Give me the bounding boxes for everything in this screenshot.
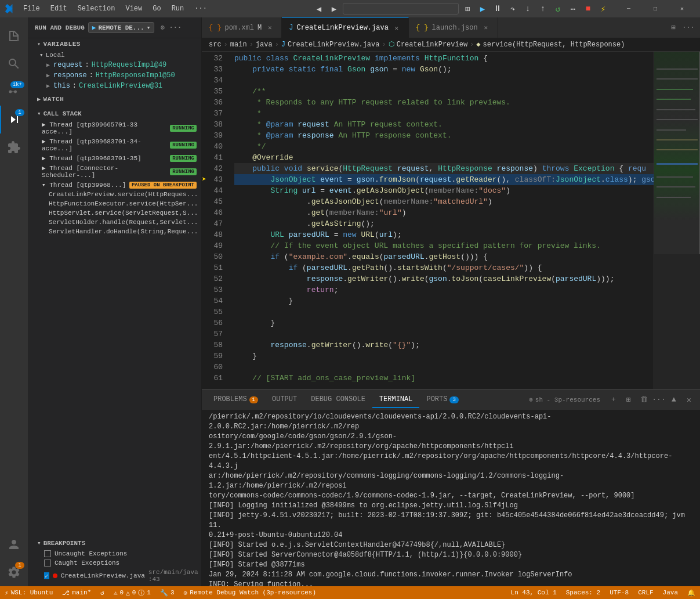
call-frame-3[interactable]: HttpServlet.service(ServletRequest,S... [28,208,201,218]
bp-caught-checkbox[interactable] [44,560,51,566]
run-config-selector[interactable]: ▶ Remote De... ▾ [88,22,154,33]
tab-create-link-preview[interactable]: J CreateLinkPreview.java ✕ [282,17,409,38]
breadcrumb-src[interactable]: src [209,41,222,49]
debug-settings-btn[interactable]: ⚙ [158,23,167,33]
menu-go[interactable]: Go [148,2,165,15]
activity-settings[interactable]: 1 [0,558,28,586]
nav-back-btn[interactable]: ◀ [313,2,325,15]
panel-tab-debug-console[interactable]: DEBUG CONSOLE [304,392,372,408]
code-content[interactable]: public class CreateLinkPreview implement… [227,52,654,389]
flash-btn[interactable]: ⚡ [597,2,610,15]
breadcrumb-java[interactable]: java [256,41,273,49]
var-this[interactable]: ▶ this: CreateLinkPreview@31 [28,81,201,91]
panel-more-btn[interactable]: ··· [652,394,665,406]
nav-forward-btn[interactable]: ▶ [328,2,340,15]
debug-step-into-btn[interactable]: ↓ [521,2,534,15]
thread-1[interactable]: ▶ Thread [qtp399665701-33 acce...] RUNNI… [28,120,201,136]
tab-pom-close[interactable]: ✕ [265,23,274,33]
breadcrumb-method[interactable]: service(HttpRequest, HttpResponse) [483,41,625,49]
menu-file[interactable]: File [19,2,45,15]
tab-json-close[interactable]: ✕ [481,23,491,33]
call-frame-2[interactable]: HttpFunctionExecutor.service(HttpSer... [28,199,201,208]
breadcrumb-class[interactable]: CreateLinkPreview [397,41,467,49]
status-remote[interactable]: ⚡ WSL: Ubuntu [0,586,57,599]
tab-java-close[interactable]: ✕ [392,23,401,33]
activity-accounts[interactable] [0,531,28,558]
tab-launch-json[interactable]: { } launch.json ✕ [409,17,498,38]
activity-source-control[interactable]: 1k+ [0,78,28,106]
menu-more[interactable]: ··· [190,2,212,15]
code-line-54: } [234,295,654,306]
more-tabs-btn[interactable]: ··· [681,21,695,35]
status-encoding[interactable]: UTF-8 [605,586,633,599]
menu-run[interactable]: Run [167,2,189,15]
panel-tab-problems[interactable]: PROBLEMS1 [206,392,265,408]
command-input[interactable] [343,3,459,15]
panel-tab-ports[interactable]: PORTS3 [419,392,465,408]
status-branch[interactable]: ⎇ main* [57,586,96,599]
var-response[interactable]: ▶ response: HttpResponseImpl@50 [28,70,201,81]
bp-caught[interactable]: Caught Exceptions [28,558,201,568]
thread-paused[interactable]: ▾ Thread [qtp39968...] PAUSED ON BREAKPO… [28,180,201,190]
split-editor-btn[interactable]: ⊞ [666,21,680,35]
call-frame-4[interactable]: ServletHolder.handle(Request,Servlet... [28,218,201,227]
call-stack-header[interactable]: ▾ CALL STACK [28,107,201,120]
local-header[interactable]: ▾ Local [28,50,201,60]
call-frame-1[interactable]: CreateLinkPreview.service(HttpReques... [28,190,201,199]
kill-terminal-btn[interactable]: 🗑 [637,394,650,406]
variables-header[interactable]: ▾ VARIABLES [28,38,201,50]
split-terminal-btn[interactable]: ⊞ [622,394,635,406]
panel-tab-terminal[interactable]: TERMINAL [372,392,420,408]
activity-run-debug[interactable]: 1 [0,106,28,133]
watch-header[interactable]: ▶ WATCH [28,93,201,105]
minimize-btn[interactable]: ─ [615,0,642,17]
bp-file-checkbox[interactable]: ✓ [44,572,49,579]
breakpoints-header[interactable]: ▾ BREAKPOINTS [28,537,201,549]
debug-step-over-btn[interactable]: ↷ [506,2,519,15]
menu-edit[interactable]: Edit [46,2,72,15]
activity-explorer[interactable] [0,22,28,50]
debug-step-out-btn[interactable]: ↑ [536,2,549,15]
new-terminal-btn[interactable]: + [607,394,620,406]
status-spaces[interactable]: Spaces: 2 [561,586,605,599]
panel-maximize-btn[interactable]: ▲ [668,394,680,406]
breadcrumb-file[interactable]: CreateLinkPreview.java [288,41,379,49]
maximize-btn[interactable]: □ [642,0,669,17]
status-notifications[interactable]: 🔧 3 [155,586,179,599]
status-position[interactable]: Ln 43, Col 1 [506,586,561,599]
call-frame-5[interactable]: ServletHandler.doHandle(String,Reque... [28,227,201,236]
panel-tab-output[interactable]: OUTPUT [265,392,304,408]
breadcrumb-main[interactable]: main [230,41,247,49]
status-errors[interactable]: ⚠ 0 △ 0 ⓘ 1 [109,586,155,599]
status-remote-debug[interactable]: ⊙ Remote Debug Watch (3p-resources) [179,586,321,599]
panel-close-btn[interactable]: ✕ [683,394,695,406]
debug-pause-btn[interactable]: ⏸ [491,2,504,15]
status-sync[interactable]: ↺ [96,586,109,599]
terminal-content[interactable]: /pierrick/.m2/repository/io/cloudevents/… [202,410,700,586]
tab-pom-xml[interactable]: { } pom.xml M ✕ [202,17,282,38]
debug-more-options-btn[interactable]: ··· [171,23,180,33]
thread-2[interactable]: ▶ Thread [qtp399683701-34-acce...] RUNNI… [28,136,201,153]
bp-file[interactable]: ✓ CreateLinkPreview.java src/main/java :… [28,568,201,584]
gutter-line-53: 53 [202,284,227,295]
menu-view[interactable]: View [121,2,147,15]
activity-bar: 1k+ 1 1 [0,17,28,586]
bp-uncaught[interactable]: Uncaught Exceptions [28,549,201,558]
status-line-ending[interactable]: CRLF [633,586,658,599]
debug-continue-btn[interactable]: ▶ [476,2,489,15]
status-language[interactable]: Java [658,586,683,599]
menu-selection[interactable]: Selection [73,2,120,15]
gutter-line-32: 32 [202,53,227,64]
thread-4[interactable]: ▶ Thread [Connector-Scheduler-...] RUNNI… [28,163,201,180]
debug-more-btn[interactable]: ⋯ [567,2,579,15]
debug-restart-btn[interactable]: ↺ [552,2,564,15]
layout-btn1[interactable]: ⊞ [461,2,474,15]
bp-uncaught-checkbox[interactable] [44,550,51,557]
status-bell[interactable]: 🔔 [683,586,700,599]
close-btn[interactable]: ✕ [669,0,695,17]
var-request[interactable]: ▶ request: HttpRequestImpl@49 [28,60,201,70]
activity-extensions[interactable] [0,133,28,161]
activity-search[interactable] [0,50,28,78]
debug-stop-btn[interactable]: ■ [582,2,594,15]
thread-3[interactable]: ▶ Thread [qtp399683701-35] RUNNING [28,153,201,163]
